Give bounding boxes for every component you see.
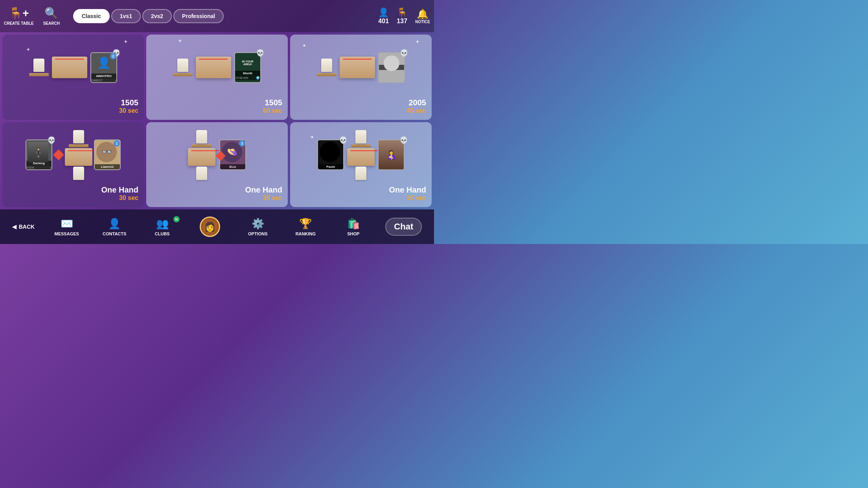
game-card-5[interactable]: 👒 ELix 2 One Hand 30 sec (146, 122, 288, 207)
skull-icon: 💀 (339, 136, 347, 144)
card-info: One Hand 30 sec (6, 184, 140, 203)
person-icon: 👤 (378, 7, 389, 18)
create-table-button[interactable]: 🪑+ CREATE TABLE (4, 7, 34, 26)
tables-count[interactable]: 🪑 137 (397, 7, 407, 25)
options-icon: ⚙️ (252, 218, 264, 230)
table-scene: Paula 💀 🤱 Daniel (294, 126, 428, 184)
game-card-2[interactable]: ✦ IN YOURAREA! Montii OT4EVER 🌍 (146, 35, 288, 120)
player-card-daniel: 🤱 Daniel (378, 139, 405, 170)
table-scene: 👤 AWAYFRO DABEST ▪ 💀 2 (6, 39, 140, 97)
chat-button[interactable]: Chat (385, 218, 422, 236)
card-info: One Hand 30 sec (150, 184, 284, 203)
player-badge: 2 (110, 53, 116, 59)
table-scene: IN YOURAREA! Montii OT4EVER 🌍 💀 (150, 39, 284, 97)
player-card-darleng: 🕴 Darleng FSDA ▪ (26, 139, 52, 170)
player-card-paula: Paula (317, 139, 344, 170)
player-card-montii: IN YOURAREA! Montii OT4EVER 🌍 (234, 52, 261, 83)
game-card-3[interactable]: ✦ ✦ xxKingxx 💀 2 (290, 35, 432, 120)
bottom-navigation: ◀ BACK ✉️ MESSAGES 👤 CONTACTS 👥 N CLUBS … (0, 209, 434, 244)
nav-center-avatar[interactable]: 👩 (194, 216, 226, 237)
game-lobby: ✦ ✦ 👤 AWAYFRO DA (0, 32, 434, 209)
table-scene: 👒 ELix 2 (150, 126, 284, 184)
tab-professional[interactable]: Professional (173, 9, 224, 23)
game-card-4[interactable]: 🕴 Darleng FSDA ▪ 💀 (2, 122, 144, 207)
friends-count[interactable]: 👤 401 (378, 7, 389, 25)
nav-ranking[interactable]: 🏆 RANKING (290, 218, 321, 236)
clubs-icon: 👥 (156, 218, 169, 230)
clubs-badge: N (173, 216, 180, 222)
nav-messages[interactable]: ✉️ MESSAGES (51, 218, 83, 236)
player-card-xxking: xxKingxx (378, 52, 405, 83)
back-button[interactable]: ◀ BACK (12, 224, 35, 230)
header: 🪑+ CREATE TABLE 🔍 SEARCH Classic 1vs1 2v… (0, 0, 434, 32)
card-info: One Hand 30 sec (294, 184, 428, 203)
tab-classic[interactable]: Classic (73, 9, 110, 23)
table-scene: 🕴 Darleng FSDA ▪ 💀 (6, 126, 140, 184)
tab-2vs2[interactable]: 2vs2 (142, 9, 172, 23)
nav-shop[interactable]: 🛍️ SHOP (338, 218, 369, 236)
messages-icon: ✉️ (61, 218, 73, 230)
game-card-6[interactable]: ✦ Paula 💀 (290, 122, 432, 207)
card-info: 2005 45 sec (294, 97, 428, 116)
card-info: 1505 30 sec (6, 97, 140, 116)
tab-1vs1[interactable]: 1vs1 (111, 9, 141, 23)
table-icon: 🪑 (397, 7, 407, 18)
contacts-icon: 👤 (108, 218, 121, 230)
notice-button[interactable]: 🔔 NOTICE (415, 9, 430, 24)
ranking-icon: 🏆 (299, 218, 312, 230)
user-avatar: 👩 (200, 216, 220, 237)
back-arrow-icon: ◀ (12, 224, 17, 230)
table-scene: xxKingxx 💀 (294, 39, 428, 97)
nav-options[interactable]: ⚙️ OPTIONS (242, 218, 274, 236)
skull-icon: 💀 (400, 49, 408, 57)
tab-group: Classic 1vs1 2vs2 Professional (73, 9, 224, 23)
nav-clubs[interactable]: 👥 N CLUBS (147, 218, 178, 236)
create-table-icon: 🪑+ (9, 7, 29, 20)
skull-icon: 💀 (256, 49, 264, 57)
nav-contacts[interactable]: 👤 CONTACTS (99, 218, 130, 236)
search-icon: 🔍 (44, 7, 58, 20)
diamond-decoration (53, 149, 64, 160)
notice-icon: 🔔 (417, 9, 428, 20)
search-button[interactable]: 🔍 SEARCH (38, 7, 65, 26)
card-info: 1505 60 sec (150, 97, 284, 116)
game-card-1[interactable]: ✦ ✦ 👤 AWAYFRO DA (2, 35, 144, 120)
skull-icon: 💀 (400, 136, 408, 144)
shop-icon: 🛍️ (347, 218, 360, 230)
header-right: 👤 401 🪑 137 🔔 NOTICE (378, 7, 430, 25)
skull-icon: 💀 (48, 136, 55, 144)
